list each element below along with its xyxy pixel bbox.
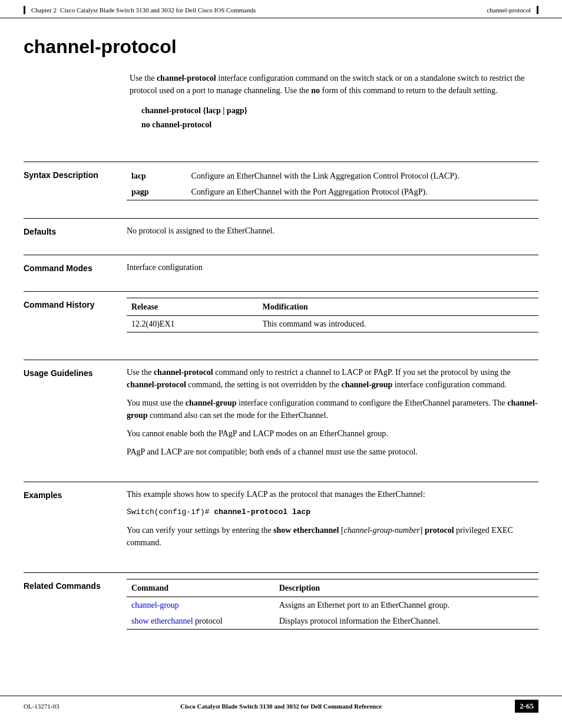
command-history-label: Command History (24, 298, 127, 332)
command-history-section: Command History Release Modification 12.… (24, 298, 538, 332)
related-divider (24, 572, 538, 573)
footer-center: Cisco Catalyst Blade Switch 3130 and 303… (180, 703, 382, 710)
page-number: 2-65 (515, 700, 538, 713)
usage-para-1: Use the channel-protocol command only to… (127, 366, 538, 391)
related-command-suffix-2: protocol (193, 617, 223, 625)
defaults-content: No protocol is assigned to the EtherChan… (127, 225, 538, 237)
history-col-modification: Modification (257, 298, 538, 316)
syntax-desc-lacp: Configure an EtherChannel with the Link … (186, 168, 538, 184)
page-title: channel-protocol (24, 36, 538, 58)
page-content: channel-protocol Use the channel-protoco… (0, 18, 562, 653)
related-desc-2: Displays protocol information the EtherC… (275, 613, 538, 630)
command-modes-section: Command Modes Interface configuration (24, 261, 538, 274)
history-table: Release Modification 12.2(40)EX1 This co… (127, 298, 538, 332)
header-command: channel-protocol (487, 6, 531, 14)
history-modification-1: This command was introduced. (257, 316, 538, 332)
related-col-command: Command (127, 579, 275, 597)
defaults-divider (24, 218, 538, 219)
examples-para-1: This example shows how to specify LACP a… (127, 488, 538, 500)
defaults-section: Defaults No protocol is assigned to the … (24, 225, 538, 237)
command-syntax-2: no channel-protocol (141, 120, 538, 130)
intro-paragraph: Use the channel-protocol interface confi… (130, 72, 538, 97)
syntax-description-section: Syntax Description lacp Configure an Eth… (24, 168, 538, 200)
examples-content: This example shows how to specify LACP a… (127, 488, 538, 555)
syntax-divider (24, 162, 538, 162)
related-header-row: Command Description (127, 579, 538, 597)
command-history-content: Release Modification 12.2(40)EX1 This co… (127, 298, 538, 332)
examples-para-2: You can verify your settings by entering… (127, 524, 538, 549)
intro-bold1: channel-protocol (157, 74, 216, 83)
related-command-1[interactable]: channel-group (127, 597, 275, 613)
header-chapter-title: Cisco Catalyst Blade Switch 3130 and 303… (60, 6, 256, 14)
syntax-row-lacp: lacp Configure an EtherChannel with the … (127, 168, 538, 184)
related-link-2[interactable]: show etherchannel (131, 617, 193, 625)
header-chapter: Chapter 2 (31, 6, 57, 14)
related-row-1: channel-group Assigns an Ethernet port t… (127, 597, 538, 613)
syntax-term-lacp: lacp (127, 168, 186, 184)
command-modes-divider (24, 255, 538, 255)
examples-divider (24, 482, 538, 482)
history-release-1: 12.2(40)EX1 (127, 316, 257, 332)
usage-guidelines-content: Use the channel-protocol command only to… (127, 366, 538, 464)
usage-para-3: You cannot enable both the PAgP and LACP… (127, 427, 538, 440)
usage-divider (24, 360, 538, 360)
page-header: Chapter 2 Cisco Catalyst Blade Switch 31… (0, 0, 562, 18)
command-syntax-1: channel-protocol {lacp | pagp} (141, 106, 538, 116)
syntax-description-label: Syntax Description (24, 168, 127, 200)
syntax-term-pagp: pagp (127, 184, 186, 200)
usage-para-4: PAgP and LACP are not compatible; both e… (127, 446, 538, 458)
intro-text-end: form of this command to return to the de… (320, 86, 497, 95)
related-commands-label: Related Commands (24, 579, 127, 630)
history-header-row: Release Modification (127, 298, 538, 316)
related-commands-content: Command Description channel-group Assign… (127, 579, 538, 630)
header-bar-right (537, 6, 538, 14)
header-left: Chapter 2 Cisco Catalyst Blade Switch 31… (24, 6, 256, 14)
usage-guidelines-section: Usage Guidelines Use the channel-protoco… (24, 366, 538, 464)
command-modes-content: Interface configuration (127, 261, 538, 274)
related-link-1[interactable]: channel-group (131, 601, 179, 610)
command-history-divider (24, 291, 538, 292)
usage-guidelines-label: Usage Guidelines (24, 366, 127, 464)
header-right: channel-protocol (487, 6, 538, 14)
syntax-description-content: lacp Configure an EtherChannel with the … (127, 168, 538, 200)
examples-label: Examples (24, 488, 127, 555)
history-col-release: Release (127, 298, 257, 316)
syntax-row-pagp: pagp Configure an EtherChannel with the … (127, 184, 538, 200)
page-footer: OL-13271-03 Cisco Catalyst Blade Switch … (0, 696, 562, 716)
intro-bold-no: no (311, 86, 320, 95)
command-modes-label: Command Modes (24, 261, 127, 274)
usage-para-2: You must use the channel-group interface… (127, 397, 538, 421)
examples-section: Examples This example shows how to speci… (24, 488, 538, 555)
history-row-1: 12.2(40)EX1 This command was introduced. (127, 316, 538, 332)
syntax-table: lacp Configure an EtherChannel with the … (127, 168, 538, 200)
defaults-label: Defaults (24, 225, 127, 237)
footer-left: OL-13271-03 (24, 703, 59, 710)
related-row-2: show etherchannel protocol Displays prot… (127, 613, 538, 630)
related-table: Command Description channel-group Assign… (127, 579, 538, 630)
syntax-desc-pagp: Configure an EtherChannel with the Port … (186, 184, 538, 200)
related-command-2[interactable]: show etherchannel protocol (127, 613, 275, 630)
examples-code: Switch(config-if)# channel-protocol lacp (127, 506, 538, 518)
intro-text-before: Use the (130, 74, 157, 83)
header-bar-left (24, 6, 25, 14)
related-commands-section: Related Commands Command Description cha… (24, 579, 538, 630)
related-desc-1: Assigns an Ethernet port to an EtherChan… (275, 597, 538, 613)
related-col-description: Description (275, 579, 538, 597)
